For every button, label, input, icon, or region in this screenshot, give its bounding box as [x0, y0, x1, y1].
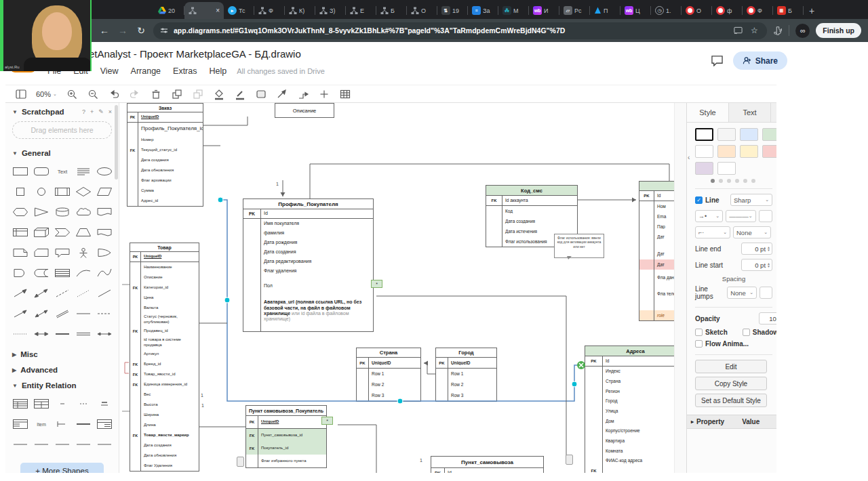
diagram-edge[interactable] [338, 425, 376, 473]
er-shape-hline[interactable] [31, 434, 52, 455]
general-shape-and[interactable] [9, 263, 31, 283]
diagram-edge[interactable] [203, 117, 248, 125]
general-shape-link-h[interactable] [73, 324, 94, 344]
url-text[interactable]: app.diagrams.net/#G1wq1Omk3OVrJukThnN_8-… [174, 26, 728, 35]
er-table-tovar[interactable]: ТоварPKUniqueIDНаименованиеОписаниеFKКат… [130, 243, 199, 472]
table-row[interactable]: Row 2 [436, 379, 496, 390]
table-row[interactable]: Имя покупателя [243, 219, 373, 228]
edge-waypoint-dot[interactable] [224, 297, 230, 303]
table-row[interactable]: Флаг архивации [127, 175, 203, 186]
browser-tab-13[interactable]: ▱Рс [559, 2, 590, 19]
canvas-scrollbar[interactable] [674, 103, 686, 473]
section-misc[interactable]: ▶ Misc [5, 346, 119, 361]
general-shape-hline[interactable] [73, 304, 94, 324]
er-shape-er-table[interactable] [9, 394, 31, 414]
table-row[interactable]: Статус (черновик, опубликован) [130, 313, 199, 326]
table-row[interactable]: Страна [585, 376, 686, 386]
sketch-checkbox[interactable] [695, 329, 703, 336]
style-swatch-9[interactable] [717, 162, 736, 175]
table-row[interactable]: FKТекущий_статус_id [127, 145, 203, 155]
scratchpad-help-icon[interactable]: ? [82, 108, 85, 115]
general-shape-hline-bold[interactable] [52, 324, 73, 344]
table-button[interactable] [339, 88, 351, 100]
general-shape-list[interactable] [52, 263, 73, 283]
browser-tab-14[interactable]: П [590, 2, 620, 19]
to-front-button[interactable] [171, 88, 183, 100]
table-row[interactable]: Дата создания [486, 216, 577, 226]
copy-style-button[interactable]: Copy Style [695, 377, 767, 390]
er-table-pvz[interactable]: Пункт_самовывозаPKId [431, 456, 544, 473]
table-row[interactable]: PKId [585, 356, 686, 367]
general-shape-dashed-line[interactable] [52, 283, 73, 304]
er-shape-item-label[interactable]: Item [31, 414, 52, 434]
browser-tab-1[interactable]: × [184, 2, 224, 19]
format-tab-style[interactable]: Style [687, 103, 729, 122]
browser-tab-8[interactable]: О [407, 2, 437, 19]
table-row[interactable]: Пол [243, 276, 373, 291]
table-row[interactable]: Дата создания [243, 247, 373, 257]
insert-button[interactable] [318, 88, 330, 100]
general-shape-step[interactable] [52, 222, 73, 243]
table-row[interactable]: FKПокупатель_id [246, 442, 326, 455]
general-shape-triangle[interactable] [31, 202, 52, 222]
er-shape-er-table2[interactable] [31, 394, 52, 414]
canvas-handle[interactable] [566, 455, 573, 465]
connector-button[interactable] [297, 88, 309, 100]
table-row[interactable]: Ширина [130, 410, 199, 420]
er-table-gorod[interactable]: ГородPKUniqueIDRow 1Row 2Row 3 [435, 348, 497, 402]
table-row[interactable]: фамилия [243, 228, 373, 238]
table-row[interactable]: Высота [130, 400, 199, 410]
set-as-default-style-button[interactable]: Set as Default Style [695, 394, 767, 407]
browser-tab-19[interactable]: Ф [743, 2, 773, 19]
swatch-page-dot-1[interactable] [719, 179, 723, 183]
table-row[interactable]: FKКатегории_id [130, 283, 199, 293]
general-shape-curve[interactable] [73, 263, 94, 283]
er-table-opisanie[interactable]: Описание [275, 103, 334, 118]
general-shape-cube[interactable] [31, 222, 52, 243]
table-row[interactable]: PKUniqueID [357, 358, 420, 369]
table-row[interactable]: Номер [127, 135, 203, 145]
browser-tab-3[interactable]: Ф [254, 2, 285, 19]
line-end-marker-dropdown[interactable]: →•⌄ [695, 210, 723, 222]
profile-extension-icon[interactable]: ∞ [795, 24, 810, 38]
property-expand-icon[interactable]: ▸ [691, 419, 694, 425]
undo-button[interactable] [108, 88, 120, 100]
swatch-prev-icon[interactable]: ‹ [688, 154, 690, 161]
general-shape-parallelogram[interactable] [94, 182, 115, 202]
redo-button[interactable] [129, 88, 141, 100]
general-shape-callout[interactable] [52, 243, 73, 263]
table-row[interactable]: Сумма [127, 186, 203, 196]
table-row[interactable]: Row 3 [436, 390, 496, 401]
er-shape-hline-bold[interactable] [73, 414, 94, 434]
section-general[interactable]: ▼ General [5, 144, 119, 160]
er-table-profil[interactable]: Профиль_ПокупателяPKIdИмя покупателяфами… [243, 198, 374, 332]
style-swatch-8[interactable] [695, 162, 713, 175]
back-button[interactable]: ← [98, 24, 111, 37]
shape-button[interactable] [255, 88, 267, 100]
table-row[interactable]: Дата рождения [243, 238, 373, 247]
delete-button[interactable] [150, 88, 162, 100]
table-row[interactable]: FKЕдиница измерения_id [130, 379, 199, 390]
general-shape-square[interactable] [9, 182, 31, 202]
menu-help[interactable]: Help [203, 65, 233, 77]
table-row[interactable]: Регион [585, 386, 686, 396]
browser-tab-16[interactable]: ◷1. [651, 2, 682, 19]
table-row[interactable]: PKId [431, 468, 543, 473]
canvas-handle[interactable] [237, 457, 244, 467]
annotation-callout[interactable]: Флаг использования: ввели код для актива… [554, 234, 604, 258]
new-tab-button[interactable]: + [804, 3, 820, 19]
share-button[interactable]: Share [733, 51, 787, 70]
shadow-checkbox[interactable] [743, 329, 750, 336]
table-row[interactable]: Артикул [130, 349, 199, 359]
table-row[interactable]: Дата обновления [130, 451, 199, 461]
general-shape-ellipse[interactable] [94, 161, 115, 182]
general-shape-cloud[interactable] [73, 202, 94, 222]
to-back-button[interactable] [192, 88, 204, 100]
table-row[interactable]: Индекс [585, 367, 686, 377]
swatch-page-dot-2[interactable] [727, 179, 731, 183]
table-row[interactable]: PKId [243, 209, 373, 219]
general-shape-actor[interactable] [73, 243, 94, 263]
general-shape-tape[interactable] [94, 222, 115, 243]
style-swatch-7[interactable] [762, 145, 776, 158]
general-shape-diamond[interactable] [73, 182, 94, 202]
